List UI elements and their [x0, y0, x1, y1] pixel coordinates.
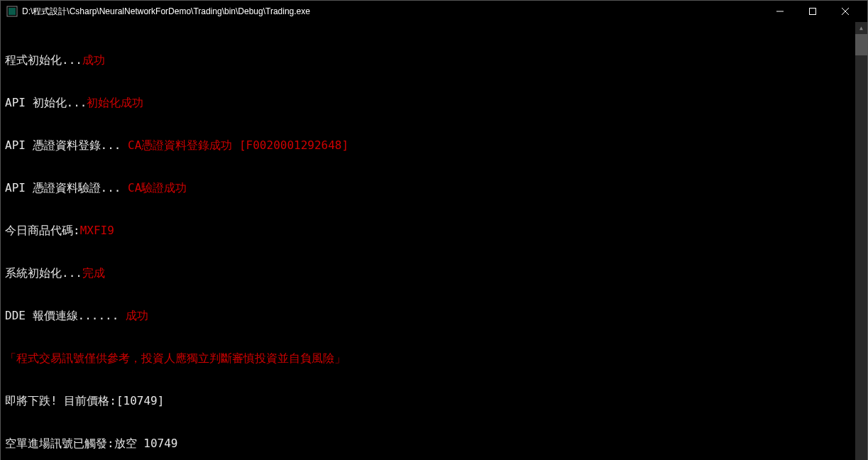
console-line: 系統初始化...完成 — [5, 266, 851, 280]
console-line: 程式初始化...成功 — [5, 53, 851, 67]
scroll-thumb[interactable] — [855, 34, 867, 55]
close-button[interactable] — [829, 1, 862, 22]
titlebar[interactable]: D:\程式設計\Csharp\NeuralNetworkForDemo\Trad… — [1, 1, 867, 22]
app-icon — [6, 6, 18, 17]
window-controls — [764, 1, 862, 22]
svg-rect-3 — [810, 9, 816, 15]
maximize-button[interactable] — [796, 1, 829, 22]
minimize-button[interactable] — [764, 1, 796, 22]
content-area: 程式初始化...成功 API 初始化...初始化成功 API 憑證資料登錄...… — [1, 22, 867, 460]
console-line: API 憑證資料驗證... CA驗證成功 — [5, 181, 851, 195]
scroll-up-icon[interactable]: ▲ — [855, 22, 867, 34]
console-line: API 初始化...初始化成功 — [5, 96, 851, 110]
window-title: D:\程式設計\Csharp\NeuralNetworkForDemo\Trad… — [22, 6, 764, 18]
console-line: DDE 報價連線...... 成功 — [5, 309, 851, 323]
console-line: 「程式交易訊號僅供參考，投資人應獨立判斷審慎投資並自負風險」 — [5, 351, 851, 366]
vertical-scrollbar[interactable]: ▲ ▼ — [855, 22, 867, 460]
console-line: 空單進場訊號已觸發:放空 10749 — [5, 437, 851, 451]
console-line: API 憑證資料登錄... CA憑證資料登錄成功 [F0020001292648… — [5, 138, 851, 153]
svg-rect-1 — [9, 8, 16, 15]
console-output: 程式初始化...成功 API 初始化...初始化成功 API 憑證資料登錄...… — [1, 22, 855, 460]
console-window: D:\程式設計\Csharp\NeuralNetworkForDemo\Trad… — [0, 0, 868, 460]
console-line: 今日商品代碼:MXFI9 — [5, 224, 851, 238]
console-line: 即將下跌! 目前價格:[10749] — [5, 394, 851, 408]
